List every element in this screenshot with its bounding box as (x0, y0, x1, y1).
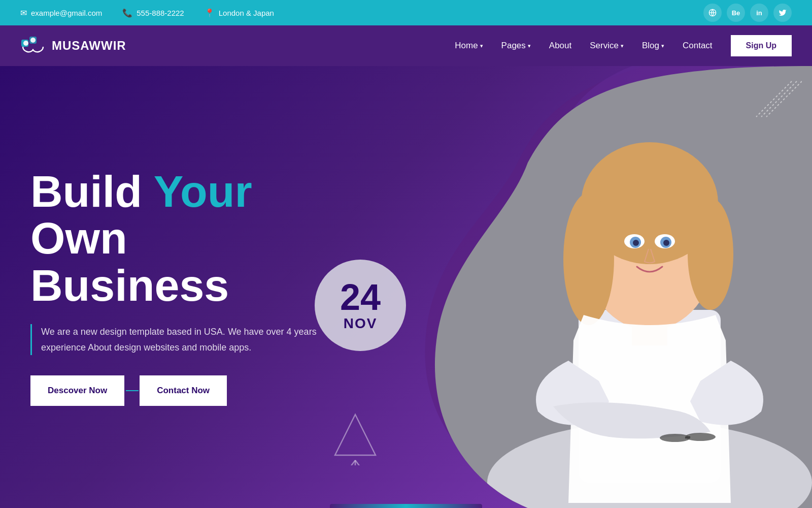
hero-section: Build YourOwn Business We are a new desi… (0, 66, 812, 508)
nav-home[interactable]: Home ▾ (455, 41, 483, 51)
svg-line-24 (761, 81, 797, 117)
phone-icon: 📞 (122, 8, 132, 18)
linkedin-icon-btn[interactable]: in (750, 4, 768, 22)
logo-icon (20, 36, 46, 56)
location-item: 📍 London & Japan (205, 8, 274, 18)
contact-button[interactable]: Contact Now (140, 375, 227, 406)
twitter-icon-btn[interactable] (773, 4, 792, 22)
nav-blog[interactable]: Blog ▾ (642, 41, 664, 51)
arrow-decoration (325, 404, 386, 467)
home-chevron-icon: ▾ (480, 43, 483, 49)
hero-title-line2: Own Business (30, 213, 229, 310)
top-bar-left: ✉ example@gmail.com 📞 555-888-2222 📍 Lon… (20, 8, 274, 18)
discover-button[interactable]: Descover Now (30, 375, 124, 406)
svg-point-11 (563, 193, 614, 325)
location-icon: 📍 (205, 8, 215, 18)
hero-description: We are a new design template based in US… (30, 324, 325, 355)
nav-links: Home ▾ Pages ▾ About Service ▾ Blog ▾ Co… (455, 35, 792, 56)
svg-line-25 (766, 81, 802, 117)
dots-decoration-icon (751, 76, 802, 127)
hero-content: Build YourOwn Business We are a new desi… (0, 168, 355, 406)
globe-icon-btn[interactable] (703, 4, 722, 22)
svg-point-19 (663, 240, 669, 246)
email-text: example@gmail.com (31, 9, 102, 17)
date-number: 24 (340, 279, 381, 315)
svg-line-22 (685, 437, 690, 438)
navbar: MUSAWWIR Home ▾ Pages ▾ About Service ▾ … (0, 25, 812, 66)
svg-line-27 (348, 460, 355, 465)
hero-title-build: Build (30, 166, 154, 216)
svg-marker-26 (335, 415, 376, 455)
phone-item: 📞 555-888-2222 (122, 8, 184, 18)
top-bar: ✉ example@gmail.com 📞 555-888-2222 📍 Lon… (0, 0, 812, 25)
brand-name: MUSAWWIR (52, 39, 126, 53)
hero-title: Build YourOwn Business (30, 168, 325, 309)
behance-icon-btn[interactable]: Be (727, 4, 745, 22)
location-text: London & Japan (219, 9, 274, 17)
svg-point-18 (633, 240, 639, 246)
nav-contact[interactable]: Contact (683, 41, 713, 51)
signup-button[interactable]: Sign Up (731, 35, 792, 56)
svg-line-29 (355, 460, 363, 465)
corner-decoration (751, 76, 802, 129)
email-icon: ✉ (20, 8, 27, 18)
arrow-decoration-icon (325, 404, 386, 465)
service-chevron-icon: ▾ (621, 43, 624, 49)
hero-title-your: Your (154, 166, 252, 216)
nav-pages[interactable]: Pages ▾ (501, 41, 531, 51)
nav-service[interactable]: Service ▾ (590, 41, 624, 51)
nav-about[interactable]: About (549, 41, 571, 51)
svg-line-23 (756, 81, 792, 117)
hero-image-area (426, 66, 812, 508)
email-item: ✉ example@gmail.com (20, 8, 102, 18)
logo[interactable]: MUSAWWIR (20, 36, 126, 56)
svg-point-5 (30, 38, 36, 43)
pages-chevron-icon: ▾ (528, 43, 531, 49)
social-links: Be in (703, 4, 792, 22)
hero-buttons: Descover Now Contact Now (30, 375, 325, 406)
svg-point-4 (23, 41, 28, 46)
svg-point-12 (688, 198, 733, 310)
date-badge: 24 NOV (315, 260, 406, 351)
date-month: NOV (344, 315, 378, 332)
phone-text: 555-888-2222 (137, 9, 184, 17)
blog-chevron-icon: ▾ (661, 43, 664, 49)
image-blob-mask (426, 66, 812, 508)
